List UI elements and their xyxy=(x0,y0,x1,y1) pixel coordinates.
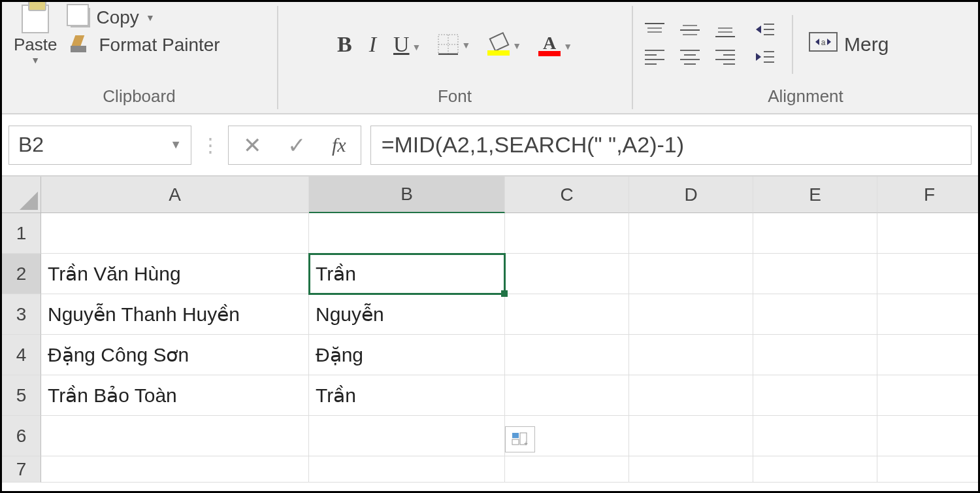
copy-icon xyxy=(71,8,90,27)
cell-E6[interactable] xyxy=(753,416,877,456)
cell-B1[interactable] xyxy=(309,213,505,254)
cell-A7[interactable] xyxy=(41,456,309,483)
svg-text:a: a xyxy=(821,38,826,47)
col-header-C[interactable]: C xyxy=(505,177,629,213)
autofill-options-button[interactable]: + xyxy=(505,426,535,452)
cell-C4[interactable] xyxy=(505,335,629,375)
cell-D5[interactable] xyxy=(629,375,753,416)
svg-rect-38 xyxy=(512,439,519,445)
worksheet-grid: 1 2 3 4 5 6 7 A B C D E F Trần Văn H xyxy=(2,177,978,483)
chevron-down-icon: ▼ xyxy=(512,41,521,52)
enter-formula-button[interactable]: ✓ xyxy=(287,132,306,158)
cell-B4[interactable]: Đặng xyxy=(309,335,505,375)
cancel-formula-button[interactable]: ✕ xyxy=(243,132,261,158)
fill-color-button[interactable]: ▼ xyxy=(487,33,521,56)
fx-icon[interactable]: fx xyxy=(332,134,346,156)
grid-row: Nguyễn Thanh Huyền Nguyễn xyxy=(41,294,980,335)
col-header-D[interactable]: D xyxy=(629,177,753,213)
cell-B7[interactable] xyxy=(309,456,505,483)
copy-button[interactable]: Copy ▼ xyxy=(67,5,224,31)
cell-E3[interactable] xyxy=(753,294,877,335)
decrease-indent-button[interactable] xyxy=(749,20,776,41)
formula-input[interactable]: =MID(A2,1,SEARCH(" ",A2)-1) xyxy=(370,126,972,165)
group-label-font: Font xyxy=(285,84,625,110)
align-right-button[interactable] xyxy=(714,48,738,67)
italic-button[interactable]: I xyxy=(369,32,376,57)
format-painter-button[interactable]: Format Painter xyxy=(67,32,224,58)
group-label-clipboard: Clipboard xyxy=(8,84,270,110)
cell-F3[interactable] xyxy=(877,294,980,335)
paste-label: Paste xyxy=(14,35,57,55)
row-header-5[interactable]: 5 xyxy=(2,375,41,416)
align-middle-button[interactable] xyxy=(679,22,702,41)
chevron-down-icon[interactable]: ▼ xyxy=(170,138,182,152)
cell-C7[interactable] xyxy=(505,456,629,483)
select-all-corner[interactable] xyxy=(2,177,41,213)
cell-E4[interactable] xyxy=(753,335,877,375)
cell-D3[interactable] xyxy=(629,294,753,335)
align-top-button[interactable] xyxy=(644,22,667,41)
row-header-4[interactable]: 4 xyxy=(2,335,41,375)
merge-center-button[interactable]: a Merg xyxy=(805,28,892,60)
svg-marker-35 xyxy=(827,39,831,45)
svg-rect-37 xyxy=(512,433,519,438)
cell-F2[interactable] xyxy=(877,254,980,294)
align-center-button[interactable] xyxy=(679,48,702,67)
font-color-button[interactable]: A ▼ xyxy=(538,33,572,56)
borders-button[interactable]: ▼ xyxy=(438,34,470,55)
cell-C5[interactable] xyxy=(505,375,629,416)
cell-C3[interactable] xyxy=(505,294,629,335)
cell-F7[interactable] xyxy=(877,456,980,483)
col-header-A[interactable]: A xyxy=(41,177,309,213)
cell-E7[interactable] xyxy=(753,456,877,483)
increase-indent-button[interactable] xyxy=(749,48,776,69)
paste-button[interactable]: Paste ▼ xyxy=(8,5,63,65)
row-header-2[interactable]: 2 xyxy=(2,254,41,294)
cell-F6[interactable] xyxy=(877,416,980,456)
align-bottom-button[interactable] xyxy=(714,22,738,41)
svg-marker-29 xyxy=(756,53,761,61)
cell-F4[interactable] xyxy=(877,335,980,375)
cell-A1[interactable] xyxy=(41,213,309,254)
cell-D7[interactable] xyxy=(629,456,753,483)
cell-F5[interactable] xyxy=(877,375,980,416)
cell-D6[interactable] xyxy=(629,416,753,456)
chevron-down-icon: ▼ xyxy=(31,55,40,65)
align-left-button[interactable] xyxy=(644,48,667,67)
cell-B6[interactable] xyxy=(309,416,505,456)
cell-A3[interactable]: Nguyễn Thanh Huyền xyxy=(41,294,309,335)
chevron-down-icon: ▼ xyxy=(146,12,155,23)
col-header-F[interactable]: F xyxy=(877,177,980,213)
col-header-E[interactable]: E xyxy=(753,177,877,213)
cell-D2[interactable] xyxy=(629,254,753,294)
name-box[interactable]: B2 ▼ xyxy=(8,126,191,165)
col-header-B[interactable]: B xyxy=(309,177,505,213)
cell-E5[interactable] xyxy=(753,375,877,416)
row-header-7[interactable]: 7 xyxy=(2,456,41,483)
cell-D1[interactable] xyxy=(629,213,753,254)
cell-A5[interactable]: Trần Bảo Toàn xyxy=(41,375,309,416)
formula-text: =MID(A2,1,SEARCH(" ",A2)-1) xyxy=(382,132,684,158)
cell-E2[interactable] xyxy=(753,254,877,294)
row-header-1[interactable]: 1 xyxy=(2,213,41,254)
borders-icon xyxy=(438,34,459,55)
paste-icon xyxy=(22,5,49,33)
cell-D4[interactable] xyxy=(629,335,753,375)
row-header-6[interactable]: 6 xyxy=(2,416,41,456)
row-header-3[interactable]: 3 xyxy=(2,294,41,335)
cell-B5[interactable]: Trần xyxy=(309,375,505,416)
underline-button[interactable]: U▼ xyxy=(393,32,421,57)
cell-F1[interactable] xyxy=(877,213,980,254)
cell-B3[interactable]: Nguyễn xyxy=(309,294,505,335)
cell-A6[interactable] xyxy=(41,416,309,456)
formula-buttons: ✕ ✓ fx xyxy=(228,126,361,165)
cell-C1[interactable] xyxy=(505,213,629,254)
ribbon: Paste ▼ Copy ▼ Format Painter Clipboard … xyxy=(2,2,978,114)
cell-B2[interactable]: Trần xyxy=(309,254,505,294)
cell-A4[interactable]: Đặng Công Sơn xyxy=(41,335,309,375)
cell-A2[interactable]: Trần Văn Hùng xyxy=(41,254,309,294)
cell-E1[interactable] xyxy=(753,213,877,254)
bold-button[interactable]: B xyxy=(337,32,352,57)
cell-C2[interactable] xyxy=(505,254,629,294)
drag-handle-icon[interactable]: ⋮ xyxy=(201,133,219,156)
